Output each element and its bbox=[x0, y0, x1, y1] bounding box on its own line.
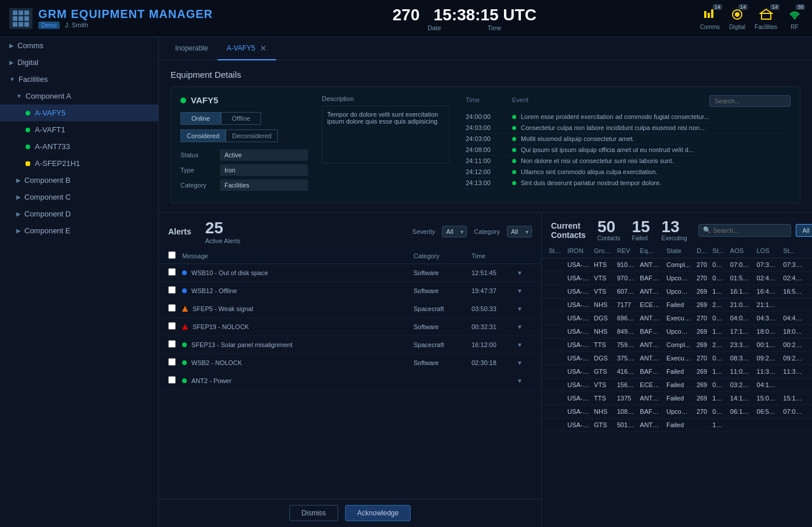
alert-row[interactable]: WSB12 - Offline Software 19:47:37 ▾ bbox=[159, 282, 541, 300]
alert-checkbox[interactable] bbox=[168, 358, 176, 366]
status-value: Active bbox=[220, 149, 308, 161]
date-number: 270 bbox=[393, 6, 420, 24]
sidebar-item-component-a[interactable]: ▼ Component A bbox=[0, 88, 158, 104]
contact-row[interactable]: USA-T... DGS 3753... ANT10 ... Executi..… bbox=[542, 352, 812, 365]
vafy5-section: VAFY5 Online Offline Considered Deconsid… bbox=[171, 86, 800, 203]
expand-icon[interactable]: ▾ bbox=[518, 287, 532, 295]
alert-checkbox[interactable] bbox=[168, 268, 176, 276]
considered-toggle: Considered Deconsidered bbox=[180, 129, 308, 142]
contact-row[interactable]: USA-E... NHS 7177 ECEU1... Failed 269 20… bbox=[542, 298, 812, 312]
svg-rect-1 bbox=[708, 13, 710, 18]
sidebar-item-component-c[interactable]: ▶ Component C bbox=[0, 189, 158, 205]
contact-row[interactable]: USA-IG... NHS 1088... BAFB1... Upcom... … bbox=[542, 405, 812, 418]
tab-a-vafy5[interactable]: A-VAFY5 ✕ bbox=[217, 37, 276, 60]
contacts-panel: Current Contacts 50 Contacts 15 Failed 1… bbox=[542, 213, 812, 527]
alert-row[interactable]: SFEP5 - Weak signal Spacecraft 03:50:33 … bbox=[159, 300, 541, 318]
search-icon: 🔍 bbox=[703, 226, 711, 234]
digital-icon-group[interactable]: 14 Digital bbox=[729, 6, 745, 30]
dismiss-button[interactable]: Dismiss bbox=[289, 505, 338, 521]
svg-marker-6 bbox=[760, 9, 772, 13]
contact-row[interactable]: USA-G... TTS 7595... ANT11 ... Compl... … bbox=[542, 338, 812, 352]
alert-checkbox[interactable] bbox=[168, 340, 176, 348]
expand-icon[interactable]: ▾ bbox=[518, 341, 532, 349]
sidebar-item-a-vaft1[interactable]: A-VAFT1 bbox=[0, 121, 158, 138]
contact-row[interactable]: USA-B... TTS 1375 ANT6 ... Failed 269 14… bbox=[542, 392, 812, 405]
sidebar-item-facilities[interactable]: ▼ Facilities bbox=[0, 71, 158, 88]
sidebar: ▶ Comms ▶ Digital ▼ Facilities ▼ Compone… bbox=[0, 37, 159, 527]
contact-row[interactable]: USA-E... DGS 6966... ANT9 ... Executi...… bbox=[542, 312, 812, 325]
sidebar-item-digital[interactable]: ▶ Digital bbox=[0, 54, 158, 71]
contact-row[interactable]: USA-U... GTS 4169... BAFB1... Failed 269… bbox=[542, 365, 812, 378]
expand-icon[interactable]: ▾ bbox=[518, 269, 532, 277]
tab-inoperable[interactable]: Inoperable bbox=[166, 37, 217, 60]
expand-icon[interactable]: ▾ bbox=[518, 305, 532, 313]
tab-close-icon[interactable]: ✕ bbox=[260, 44, 267, 53]
category-select[interactable]: All bbox=[507, 226, 532, 237]
alert-row[interactable]: ANT2 - Power ▾ bbox=[159, 372, 541, 390]
event-row: 24:13:00Sint duis deserunt pariatur nost… bbox=[463, 178, 791, 189]
alert-checkbox[interactable] bbox=[168, 322, 176, 330]
chevron-down-icon: ▼ bbox=[16, 93, 22, 99]
app-grid-icon[interactable] bbox=[9, 8, 32, 29]
alert-row[interactable]: SFEP19 - NOLOCK Software 00:32:31 ▾ bbox=[159, 318, 541, 336]
expand-icon[interactable]: ▾ bbox=[518, 359, 532, 367]
event-col-time: Time bbox=[466, 96, 512, 103]
contact-search-input[interactable] bbox=[698, 224, 791, 237]
col-time: Time bbox=[472, 252, 518, 259]
online-button[interactable]: Online bbox=[180, 112, 221, 125]
alerts-filters: Severity All Category All bbox=[412, 226, 532, 237]
topnav-center: 270 15:38:15 UTC Date Time bbox=[229, 6, 700, 31]
alert-checkbox[interactable] bbox=[168, 304, 176, 312]
contact-row[interactable]: USA-Ul... NHS 8499... BAFB9 ... Upcom...… bbox=[542, 325, 812, 338]
alert-row[interactable]: SFEP13 - Solar panel misalignment Spacec… bbox=[159, 336, 541, 354]
rf-icon-group[interactable]: 38 RF bbox=[786, 6, 803, 30]
expand-icon[interactable]: ▾ bbox=[518, 377, 532, 385]
filter-all-button[interactable]: All bbox=[796, 224, 812, 237]
sidebar-item-label: A-SFEP21H1 bbox=[35, 159, 80, 168]
deconsidered-button[interactable]: Deconsidered bbox=[226, 129, 278, 142]
vafy5-description: Description Tempor do dolore velit sunt … bbox=[322, 95, 449, 194]
alert-row[interactable]: WSB10 - Out of disk space Software 12:51… bbox=[159, 264, 541, 282]
app-title: GRM EQUIPMENT MANAGER bbox=[38, 8, 213, 20]
contact-row[interactable]: USA-K... GTS 5018... ANT2 ... Failed 15:… bbox=[542, 418, 812, 432]
acknowledge-button[interactable]: Acknowledge bbox=[345, 505, 411, 521]
contacts-title: Current Contacts bbox=[551, 221, 586, 240]
sidebar-item-component-d[interactable]: ▶ Component D bbox=[0, 205, 158, 222]
event-search-input[interactable] bbox=[709, 95, 791, 107]
sidebar-item-component-e[interactable]: ▶ Component E bbox=[0, 222, 158, 239]
sidebar-item-a-sfep21h1[interactable]: A-SFEP21H1 bbox=[0, 155, 158, 172]
event-row: 24:12:00Ullamco sint commodo aliqua culp… bbox=[463, 167, 791, 178]
alert-row[interactable]: WSB2 - NOLOCK Software 02:30:18 ▾ bbox=[159, 354, 541, 372]
alerts-footer: Dismiss Acknowledge bbox=[159, 499, 541, 527]
contacts-header: Current Contacts 50 Contacts 15 Failed 1… bbox=[542, 213, 812, 244]
vafy5-left-panel: VAFY5 Online Offline Considered Deconsid… bbox=[180, 95, 308, 194]
alerts-table: WSB10 - Out of disk space Software 12:51… bbox=[159, 264, 541, 499]
contact-row[interactable]: USA-T... HTS 9109... ANT2 ... Compl... 2… bbox=[542, 258, 812, 272]
online-offline-toggle: Online Offline bbox=[180, 112, 308, 125]
severity-select[interactable]: All bbox=[442, 226, 467, 237]
offline-button[interactable]: Offline bbox=[221, 112, 262, 125]
alert-checkbox[interactable] bbox=[168, 376, 176, 384]
contact-row[interactable]: USA-O... VTS 1565... ECEU1... Failed 269… bbox=[542, 378, 812, 392]
contact-row[interactable]: USA-9... VTS 6070... ANT11 ... Upcom... … bbox=[542, 285, 812, 298]
facilities-icon-group[interactable]: 14 Facilities bbox=[755, 6, 777, 30]
sidebar-item-a-ant733[interactable]: A-ANT733 bbox=[0, 138, 158, 155]
svg-rect-0 bbox=[704, 11, 706, 18]
select-all-checkbox[interactable] bbox=[168, 251, 176, 259]
sidebar-item-a-vafy5[interactable]: A-VAFY5 bbox=[0, 104, 158, 121]
facilities-label: Facilities bbox=[755, 24, 777, 30]
alert-checkbox[interactable] bbox=[168, 286, 176, 294]
sidebar-item-component-b[interactable]: ▶ Component B bbox=[0, 172, 158, 189]
alerts-header: Alerts 25 Active Alerts Severity All Cat… bbox=[159, 213, 541, 248]
rf-label: RF bbox=[791, 24, 798, 30]
contact-row[interactable]: USA-H... VTS 9700... BAFB4 ... Upcom... … bbox=[542, 272, 812, 285]
sidebar-item-label: A-VAFT1 bbox=[35, 125, 66, 134]
events-panel: Time Event 24:00:00Lorem esse proident e… bbox=[463, 95, 791, 194]
sidebar-item-label: Digital bbox=[17, 58, 38, 67]
sidebar-item-comms[interactable]: ▶ Comms bbox=[0, 37, 158, 54]
expand-icon[interactable]: ▾ bbox=[518, 323, 532, 331]
comms-icon-group[interactable]: 14 Comms bbox=[700, 6, 720, 30]
status-dot-green bbox=[26, 111, 30, 115]
considered-button[interactable]: Considered bbox=[180, 129, 226, 142]
contacts-count: 50 bbox=[597, 219, 620, 235]
